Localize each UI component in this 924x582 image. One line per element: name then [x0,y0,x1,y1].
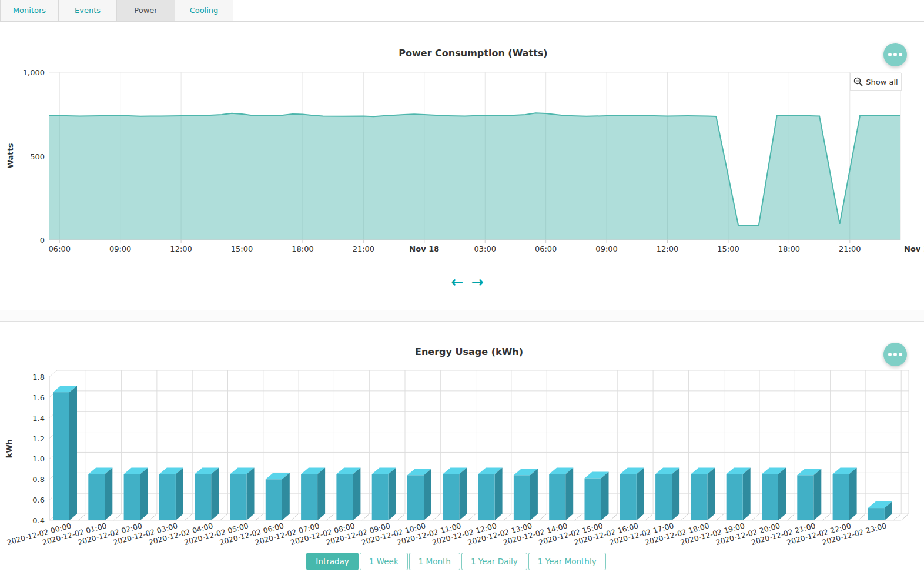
range-1month-button[interactable]: 1 Month [409,553,460,570]
bar-23:00[interactable] [868,501,892,520]
bar-17:00[interactable] [655,468,679,520]
svg-text:1.2: 1.2 [32,434,45,443]
bar-19:00[interactable] [727,468,751,520]
bar-07:00[interactable] [301,468,325,520]
svg-text:06:00: 06:00 [535,245,557,253]
power-area-series[interactable] [49,113,900,240]
range-1yearmonthly-button[interactable]: 1 Year Monthly [528,553,606,570]
tab-cooling[interactable]: Cooling [175,0,233,21]
section-divider [0,310,924,322]
svg-text:1.0: 1.0 [32,454,45,463]
svg-text:09:00: 09:00 [109,245,131,253]
energy-x-axis-labels: 2020-12-02 00:002020-12-02 01:002020-12-… [6,521,888,547]
ellipsis-icon [888,353,902,356]
svg-text:0.6: 0.6 [32,496,45,504]
energy-y-axis-labels: 0.40.60.81.01.21.41.61.8 [32,373,45,525]
tab-bar: Monitors Events Power Cooling [0,0,924,22]
range-1yeardaily-button[interactable]: 1 Year Daily [461,553,527,570]
power-y-axis-title: Watts [6,143,15,168]
energy-bar-chart[interactable]: 0.40.60.81.01.21.41.61.8kWh2020-12-02 00… [0,364,924,551]
svg-text:Nov 18: Nov 18 [409,245,439,253]
tab-monitors[interactable]: Monitors [0,0,59,21]
energy-bar-series[interactable] [53,386,892,520]
bar-14:00[interactable] [549,468,573,520]
svg-text:500: 500 [30,152,45,161]
svg-text:09:00: 09:00 [595,245,617,253]
bar-21:00[interactable] [797,469,821,520]
svg-text:15:00: 15:00 [231,245,253,253]
energy-y-axis-title: kWh [5,439,14,458]
chart-pagination: ← → [0,272,924,292]
svg-text:21:00: 21:00 [353,245,374,253]
next-arrow-button[interactable]: → [471,272,484,292]
show-all-button[interactable]: Show all [850,73,902,91]
svg-text:18:00: 18:00 [292,245,313,253]
bar-06:00[interactable] [266,473,290,520]
bar-05:00[interactable] [230,468,255,520]
bar-03:00[interactable] [159,468,183,520]
bar-12:00[interactable] [478,468,503,520]
range-intraday-button[interactable]: Intraday [306,553,359,570]
bar-04:00[interactable] [195,468,219,520]
bar-02:00[interactable] [124,468,148,520]
range-selector: Intraday 1 Week 1 Month 1 Year Daily 1 Y… [0,553,912,570]
power-menu-button[interactable] [883,43,907,66]
svg-text:Nov 19: Nov 19 [904,245,924,253]
tab-events[interactable]: Events [59,0,117,21]
bar-16:00[interactable] [620,468,644,520]
svg-text:1.4: 1.4 [32,414,45,423]
bar-01:00[interactable] [88,468,112,520]
energy-chart-title: Energy Usage (kWh) [0,346,924,357]
show-all-label: Show all [866,78,898,86]
prev-arrow-button[interactable]: ← [451,272,464,292]
svg-text:0.4: 0.4 [32,516,45,525]
range-1week-button[interactable]: 1 Week [360,553,408,570]
svg-text:0.8: 0.8 [32,475,45,484]
bar-18:00[interactable] [691,468,715,520]
svg-text:1.6: 1.6 [32,393,45,402]
bar-08:00[interactable] [336,468,360,520]
bar-11:00[interactable] [443,468,467,520]
svg-text:12:00: 12:00 [170,245,192,253]
power-chart-title: Power Consumption (Watts) [0,48,924,59]
power-y-axis-labels: 05001,000 [23,68,45,245]
bar-10:00[interactable] [407,469,431,520]
tab-power[interactable]: Power [117,0,175,21]
svg-text:15:00: 15:00 [717,245,739,253]
svg-text:03:00: 03:00 [474,245,496,253]
svg-text:21:00: 21:00 [839,245,861,253]
zoom-out-icon [853,77,863,86]
bar-20:00[interactable] [762,468,786,520]
power-area-chart[interactable]: 06:0009:0012:0015:0018:0021:00Nov 1803:0… [0,68,924,265]
bar-22:00[interactable] [833,468,857,520]
power-x-axis-labels: 06:0009:0012:0015:0018:0021:00Nov 1803:0… [49,240,924,253]
bar-15:00[interactable] [585,472,609,520]
svg-text:18:00: 18:00 [778,245,800,253]
svg-text:12:00: 12:00 [657,245,678,253]
bar-09:00[interactable] [372,468,396,520]
bar-13:00[interactable] [514,469,538,520]
svg-text:1,000: 1,000 [23,68,45,77]
energy-menu-button[interactable] [883,343,907,366]
bar-00:00[interactable] [53,386,77,520]
ellipsis-icon [888,53,902,56]
svg-text:1.8: 1.8 [32,373,45,382]
svg-text:0: 0 [40,236,45,245]
power-page: Monitors Events Power Cooling Power Cons… [0,0,924,582]
svg-text:06:00: 06:00 [49,245,71,253]
